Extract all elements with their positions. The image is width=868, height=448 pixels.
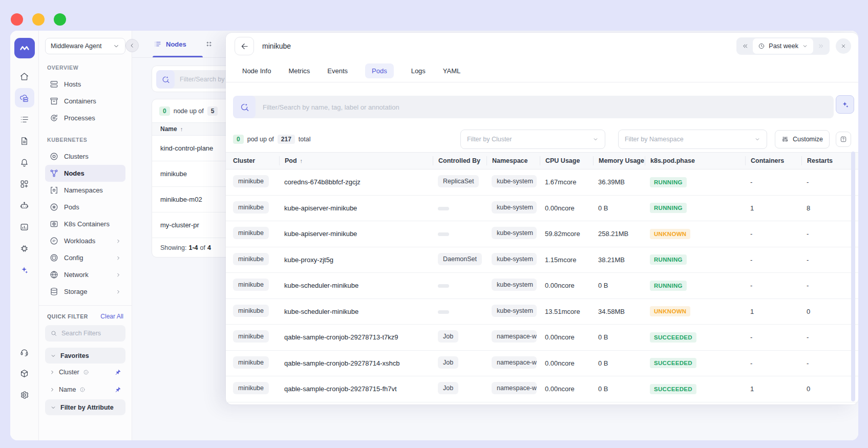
sidebar-item-config[interactable]: Config <box>45 249 125 266</box>
column-header-k8s-pod-phase[interactable]: k8s.pod.phase <box>645 156 745 165</box>
rail-dashboards-button[interactable] <box>15 174 34 194</box>
rail-infrastructure-button[interactable] <box>15 88 34 108</box>
help-button[interactable] <box>836 132 851 147</box>
favorites-label: Favorites <box>60 352 89 359</box>
column-header-memory-usage[interactable]: Memory Usage <box>593 156 645 165</box>
pod-row[interactable]: minikube kube-proxy-zjt5g DaemonSet kube… <box>226 247 858 273</box>
column-header-cpu-usage[interactable]: CPU Usage <box>540 156 593 165</box>
sidebar-item-k8s-containers[interactable]: K8s Containers <box>45 216 125 232</box>
rail-support-button[interactable] <box>15 342 34 361</box>
ai-query-button[interactable] <box>836 95 854 114</box>
cluster-badge: minikube <box>233 175 269 187</box>
sidebar-item-processes[interactable]: Processes <box>45 110 125 126</box>
time-range-control: Past week <box>736 37 830 55</box>
column-header-containers[interactable]: Containers <box>745 156 801 165</box>
pods-total-label: total <box>299 136 311 143</box>
workloads-icon <box>49 236 59 246</box>
pod-row[interactable]: minikube kube-apiserver-minikube kube-sy… <box>226 221 858 247</box>
pod-row[interactable]: minikube qable-sample-cronjob-29278714-x… <box>226 351 858 377</box>
pod-row[interactable]: minikube coredns-674b8bbfcf-zgcjz Replic… <box>226 169 858 196</box>
close-window-button[interactable] <box>11 13 23 26</box>
sidebar-item-label: Processes <box>64 114 95 122</box>
chevron-right-icon <box>49 387 55 393</box>
network-icon <box>49 270 59 280</box>
rail-ai-assist-button[interactable] <box>15 260 34 280</box>
rail-alerts-button[interactable] <box>15 153 34 172</box>
sidebar-item-storage[interactable]: Storage <box>45 283 125 300</box>
cpu-usage-value: 0.00ncore <box>540 385 593 393</box>
rail-ai-agent-button[interactable] <box>15 196 34 215</box>
rail-logs-button[interactable] <box>15 110 34 129</box>
anomaly-icon <box>19 222 29 232</box>
showing-prefix: Showing: <box>160 244 186 251</box>
time-forward-button[interactable] <box>813 38 829 54</box>
drawer-tab-pods[interactable]: Pods <box>365 63 394 78</box>
pod-row[interactable]: minikube qable-sample-cronjob-29278713-t… <box>226 325 858 351</box>
pods-search-input[interactable] <box>256 103 834 111</box>
sparkles-icon <box>840 100 850 110</box>
column-header-namespace[interactable]: Namespace <box>486 156 540 165</box>
workspace-selector[interactable]: Middleware Agent <box>45 38 125 54</box>
close-drawer-button[interactable] <box>836 38 851 54</box>
minimize-window-button[interactable] <box>32 13 45 26</box>
quick-filter-name[interactable]: Name <box>45 381 125 398</box>
rail-settings-button[interactable] <box>15 385 34 404</box>
drawer-header: minikube Past week <box>226 33 858 59</box>
drawer-tab-node-info[interactable]: Node Info <box>242 63 271 78</box>
filter-by-attribute-toggle[interactable]: Filter by Attribute <box>45 399 125 415</box>
cluster-badge: minikube <box>233 382 269 394</box>
name-column-label: Name <box>160 125 177 133</box>
sidebar-item-nodes[interactable]: Nodes <box>45 165 125 182</box>
customize-button[interactable]: Customize <box>775 130 830 148</box>
favorites-toggle[interactable]: Favorites <box>45 348 125 364</box>
drawer-scrollbar[interactable] <box>851 152 855 401</box>
clear-all-link[interactable]: Clear All <box>100 313 123 320</box>
drawer-tab-logs[interactable]: Logs <box>411 63 426 78</box>
sidebar-item-label: Hosts <box>64 80 81 88</box>
double-chevron-right-icon <box>817 42 824 50</box>
sidebar-item-workloads[interactable]: Workloads <box>45 232 125 249</box>
time-range-selector[interactable]: Past week <box>753 38 813 54</box>
column-header-pod[interactable]: Pod↑ <box>279 156 433 165</box>
filter-by-cluster-select[interactable]: Filter by Cluster <box>460 130 605 149</box>
filter-by-namespace-placeholder: Filter by Namespace <box>625 136 684 143</box>
pod-row[interactable]: minikube kube-apiserver-minikube kube-sy… <box>226 196 858 222</box>
back-button[interactable] <box>235 37 254 55</box>
drawer-tab-metrics[interactable]: Metrics <box>288 63 310 78</box>
drawer-tab-yaml[interactable]: YAML <box>443 63 460 78</box>
rail-resources-button[interactable] <box>15 239 34 258</box>
drawer-tab-events[interactable]: Events <box>327 63 348 78</box>
sidebar-item-clusters[interactable]: Clusters <box>45 148 125 165</box>
filter-by-namespace-select[interactable]: Filter by Namespace <box>618 130 767 149</box>
tab-nodes-list[interactable]: Nodes <box>154 40 186 48</box>
sidebar-item-pods[interactable]: Pods <box>45 199 125 216</box>
restarts-value: - <box>801 359 858 367</box>
filter-search-box[interactable] <box>45 325 125 342</box>
sidebar-item-network[interactable]: Network <box>45 266 125 283</box>
time-back-button[interactable] <box>737 38 753 54</box>
chevron-right-icon <box>115 272 121 278</box>
collapse-sidebar-button[interactable] <box>125 39 139 52</box>
quick-filter-cluster[interactable]: Cluster <box>45 364 125 381</box>
pod-row[interactable]: minikube kube-scheduler-minikube kube-sy… <box>226 273 858 299</box>
rail-reports-button[interactable] <box>15 131 34 151</box>
column-header-cluster[interactable]: Cluster <box>233 156 279 165</box>
rail-anomaly-button[interactable] <box>15 217 34 237</box>
ai-search-icon <box>233 96 256 118</box>
maximize-window-button[interactable] <box>54 13 66 26</box>
pod-row[interactable]: minikube kube-scheduler-minikube kube-sy… <box>226 299 858 325</box>
workspace-name: Middleware Agent <box>51 42 101 50</box>
middleware-logo[interactable] <box>14 38 35 58</box>
nodes-icon <box>49 168 59 178</box>
rail-integrations-button[interactable] <box>15 364 34 383</box>
sidebar-item-namespaces[interactable]: Namespaces <box>45 182 125 199</box>
search-filters-input[interactable] <box>61 330 118 337</box>
column-header-controlled-by[interactable]: Controlled By <box>433 156 486 165</box>
pod-row[interactable]: minikube qable-sample-cronjob-29278715-f… <box>226 376 858 402</box>
sidebar-item-hosts[interactable]: Hosts <box>45 76 125 93</box>
column-header-restarts[interactable]: Restarts <box>801 156 858 165</box>
tab-grid-view[interactable] <box>205 40 213 48</box>
sidebar-item-containers[interactable]: Containers <box>45 93 125 110</box>
rail-home-button[interactable] <box>15 67 34 86</box>
pod-name: qable-sample-cronjob-29278714-xshcb <box>279 359 433 367</box>
